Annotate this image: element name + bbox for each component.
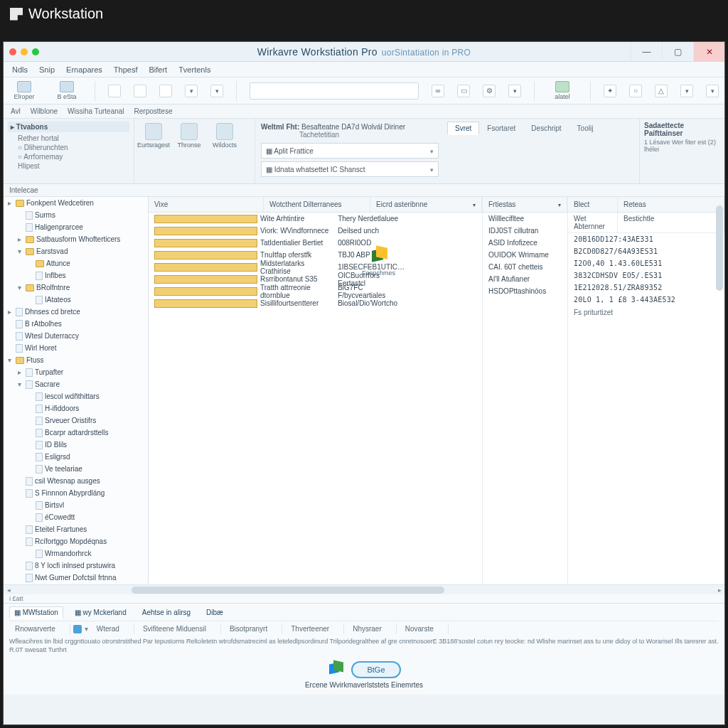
ribbon-tab[interactable]: Fsortaret	[479, 122, 523, 135]
tree-node[interactable]: Eteitel Frartunes	[4, 523, 148, 535]
tree-node[interactable]: B rAtbolhes	[4, 318, 148, 330]
tree-node[interactable]: ▾Ftuss	[4, 354, 148, 366]
win-maximize-button[interactable]: ▢	[662, 42, 693, 62]
vertical-scrollbar[interactable]	[716, 198, 723, 583]
tree-node[interactable]: Ve teelariae	[4, 463, 148, 475]
column-header[interactable]: Reteas	[618, 197, 724, 212]
ribbon-tab[interactable]: Toolij	[569, 122, 601, 135]
status-tab[interactable]: ▦ wy Mckerland	[70, 607, 131, 618]
tree-node[interactable]: 8 Y locfi inlnsed prstuwira	[4, 560, 148, 572]
tree-node[interactable]: Wirl Horet	[4, 342, 148, 354]
toolbar-group[interactable]: B eSta	[52, 81, 82, 100]
table-row[interactable]: 1E212028.51/ZRA89352	[568, 282, 724, 294]
tree-node[interactable]: Wrmandorhrck	[4, 547, 148, 560]
filter-item[interactable]: Nhysraer	[347, 623, 397, 634]
ribbon-tool[interactable]: Wildocts	[210, 123, 240, 149]
tool-dropdown[interactable]	[210, 85, 223, 97]
win-close-button[interactable]: ✕	[693, 42, 724, 62]
tree-node[interactable]: Birtsvl	[4, 499, 148, 511]
context-item[interactable]: Wissiha Turteanal	[68, 107, 124, 115]
table-row[interactable]: Tratth attrreonie dtornblueBiG7FC F/bycv…	[149, 285, 482, 297]
tool-button[interactable]: △	[655, 85, 668, 97]
tree-node[interactable]: csil Wtesnap ausges	[4, 475, 148, 487]
horizontal-scrollbar[interactable]: ◂ ▸	[4, 584, 724, 594]
column-header[interactable]: Vixe	[149, 197, 264, 212]
tree-node[interactable]: ▸Dhnses cd bretce	[4, 306, 148, 318]
tree-node[interactable]: Haligenprarcee	[4, 221, 148, 233]
filter-item[interactable]: Novarste	[400, 623, 449, 634]
tool-button[interactable]: ▭	[457, 85, 470, 97]
menu-item[interactable]: Ndls	[8, 64, 32, 75]
panel-item[interactable]: ○ Arrfornemay	[8, 152, 129, 161]
table-row[interactable]: Wite ArhtintireThery Nerdetlaluee	[149, 213, 482, 225]
scroll-left-icon[interactable]: ◂	[4, 585, 14, 595]
table-row[interactable]: ASID Infofizece	[483, 237, 567, 249]
tree-node[interactable]: ▸Satbausform Whofterticers	[4, 233, 148, 245]
table-row[interactable]: Willlecifltee	[483, 213, 567, 225]
tree-node[interactable]: Surms	[4, 209, 148, 221]
tree-node[interactable]: IAtateos	[4, 294, 148, 306]
tree-node[interactable]: Bcarpr adtardrsttells	[4, 427, 148, 439]
tool-button[interactable]	[134, 85, 146, 97]
table-row[interactable]: B2CD0D827/64A93ES31	[568, 245, 724, 257]
tree-node[interactable]: S Finnnon Abyprdláng	[4, 487, 148, 499]
tree-node[interactable]: Esligrsd	[4, 451, 148, 463]
tree-node[interactable]: éCowedtt	[4, 511, 148, 523]
filter-item[interactable]: Thverteener	[285, 623, 344, 634]
menu-item[interactable]: Ernapares	[62, 64, 107, 75]
tree-node[interactable]: Wtesl Duterraccy	[4, 330, 148, 342]
context-item[interactable]: Wilblone	[31, 107, 58, 115]
table-row[interactable]: I2O0,40 1.43.60LE531	[568, 257, 724, 269]
table-row[interactable]: HSDOPttashinóos	[483, 285, 567, 297]
tool-button[interactable]	[159, 85, 172, 97]
tree-node[interactable]: Inflbes	[4, 269, 148, 282]
ribbon-tool[interactable]: Thronse	[174, 123, 204, 149]
tool-dropdown[interactable]	[508, 85, 521, 97]
tool-button[interactable]: ✦	[604, 85, 616, 97]
table-row[interactable]: OUIDOK Wrimame	[483, 249, 567, 261]
table-row[interactable]: AI'll Atufianer	[483, 273, 567, 285]
tree-node[interactable]: Rcífortggo Mopdéqnas	[4, 535, 148, 547]
tree-node[interactable]: ▾Earstsvad	[4, 245, 148, 257]
combo-box[interactable]: ▦ Aplit Frattice	[261, 143, 439, 159]
tree-node[interactable]: Attunce	[4, 257, 148, 269]
tree-node[interactable]: H-ifiddoors	[4, 402, 148, 414]
toolbar-group[interactable]: Elroper	[9, 81, 39, 100]
context-item[interactable]: Avl	[11, 107, 21, 115]
tree-node[interactable]: ▾BRolfntnre	[4, 282, 148, 294]
status-tab[interactable]: ▦ MWfstation	[9, 606, 63, 619]
menu-item[interactable]: Tvertenls	[174, 64, 215, 75]
tree-node[interactable]: Srveuer Oristifrs	[4, 414, 148, 427]
table-row[interactable]: 20LO 1, 1 £8 3-443AE532	[568, 294, 724, 306]
tree-node[interactable]: ▾Sacrare	[4, 378, 148, 390]
status-tab[interactable]: Aehtse in alirsg	[138, 607, 195, 618]
tree-node[interactable]: ▸Turpafter	[4, 366, 148, 378]
column-header[interactable]: Blect	[568, 197, 618, 212]
menu-item[interactable]: Bifert	[144, 64, 171, 75]
table-row[interactable]: Midsterlatarks Crathirise1IBSECFEB1UTICl…	[149, 261, 482, 273]
filter-item[interactable]: Bisotpranyrt	[224, 623, 282, 634]
tool-button[interactable]: ∞	[432, 85, 444, 97]
menu-item[interactable]: Thpesf	[109, 64, 142, 75]
preview-thumbnail[interactable]: Feepchmes	[362, 247, 395, 277]
scroll-thumb[interactable]	[132, 587, 444, 594]
table-row[interactable]: TatIdentialier Bertiet008RI0OD	[149, 237, 482, 249]
menu-item[interactable]: Snip	[35, 64, 59, 75]
ribbon-tab[interactable]: Deschript	[523, 122, 569, 135]
column-header[interactable]: Eicrd asteribnne	[370, 197, 482, 212]
tree-panel[interactable]: ▸Fonkpent WedcetirenSurmsHaligenprarcee▸…	[4, 197, 149, 584]
panel-item[interactable]: ○ Dliherunchten	[8, 143, 129, 152]
ribbon-tab[interactable]: Svret	[447, 122, 479, 135]
win-minimize-button[interactable]: —	[631, 42, 662, 62]
promo-button[interactable]: BtGe	[351, 661, 400, 678]
filter-item[interactable]: Wterad	[91, 623, 134, 634]
tree-node[interactable]: Nwt Gumer Dofctsil frtnna	[4, 572, 148, 584]
table-row[interactable]: CAI. 60T chetteis	[483, 261, 567, 273]
toolbar-group[interactable]: alatel	[547, 81, 577, 100]
table-row[interactable]: SisillifourtsenttererBiosal/Dio'Wortcho	[149, 297, 482, 309]
status-tab[interactable]: Dibæ	[202, 607, 228, 618]
panel-item[interactable]: Hlipest	[8, 161, 129, 171]
tool-dropdown[interactable]	[185, 85, 198, 97]
column-header[interactable]: Wotcthent Dilterranees	[264, 197, 370, 212]
address-input[interactable]	[250, 82, 419, 100]
